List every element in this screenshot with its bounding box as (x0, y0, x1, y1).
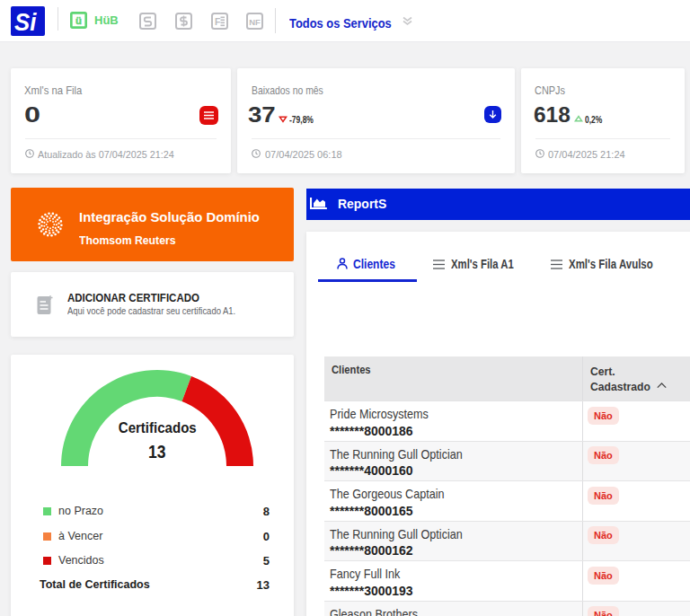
svg-text:ü: ü (75, 15, 82, 26)
svg-text:NF: NF (249, 17, 261, 27)
svg-text:F: F (215, 16, 221, 27)
